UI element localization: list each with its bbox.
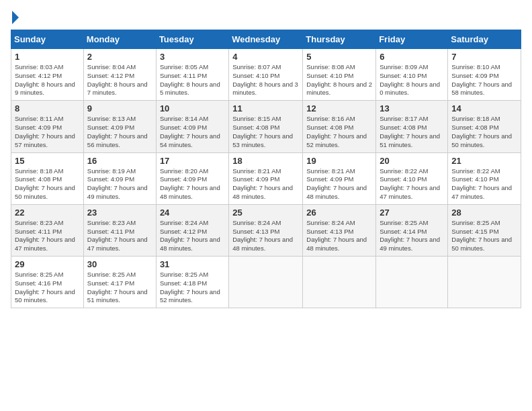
daylight-label: Daylight: 7 hours and 48 minutes.	[306, 184, 367, 200]
calendar-cell: 25 Sunrise: 8:24 AM Sunset: 4:13 PM Dayl…	[229, 204, 303, 256]
daylight-label: Daylight: 8 hours and 3 minutes.	[232, 81, 298, 97]
sunset-label: Sunset: 4:12 PM	[87, 72, 134, 79]
sunrise-label: Sunrise: 8:22 AM	[451, 167, 500, 175]
day-info: Sunrise: 8:25 AM Sunset: 4:16 PM Dayligh…	[15, 271, 80, 305]
calendar-cell: 4 Sunrise: 8:07 AM Sunset: 4:10 PM Dayli…	[229, 49, 303, 101]
day-number: 8	[15, 103, 80, 113]
day-number: 23	[87, 208, 152, 218]
sunrise-label: Sunrise: 8:07 AM	[232, 63, 281, 71]
daylight-label: Daylight: 7 hours and 47 minutes.	[15, 236, 75, 252]
day-info: Sunrise: 8:09 AM Sunset: 4:10 PM Dayligh…	[380, 63, 444, 97]
day-number: 11	[232, 103, 299, 113]
daylight-label: Daylight: 8 hours and 0 minutes.	[380, 81, 440, 97]
daylight-label: Daylight: 7 hours and 48 minutes.	[160, 236, 220, 252]
day-info: Sunrise: 8:24 AM Sunset: 4:13 PM Dayligh…	[306, 219, 372, 253]
calendar-cell: 27 Sunrise: 8:25 AM Sunset: 4:14 PM Dayl…	[376, 204, 448, 256]
sunset-label: Sunset: 4:09 PM	[87, 175, 134, 183]
sunrise-label: Sunrise: 8:23 AM	[15, 219, 63, 226]
sunrise-label: Sunrise: 8:22 AM	[380, 167, 428, 175]
calendar-cell: 14 Sunrise: 8:18 AM Sunset: 4:08 PM Dayl…	[448, 101, 521, 152]
sunrise-label: Sunrise: 8:25 AM	[160, 271, 208, 278]
sunset-label: Sunset: 4:09 PM	[306, 175, 353, 183]
sunrise-label: Sunrise: 8:23 AM	[87, 219, 136, 226]
daylight-label: Daylight: 7 hours and 49 minutes.	[87, 184, 148, 200]
day-number: 20	[380, 156, 444, 166]
daylight-label: Daylight: 7 hours and 47 minutes.	[380, 184, 440, 200]
day-info: Sunrise: 8:13 AM Sunset: 4:09 PM Dayligh…	[87, 115, 152, 149]
daylight-label: Daylight: 7 hours and 50 minutes.	[451, 236, 512, 252]
day-info: Sunrise: 8:22 AM Sunset: 4:10 PM Dayligh…	[380, 167, 444, 201]
sunrise-label: Sunrise: 8:25 AM	[87, 271, 136, 278]
day-info: Sunrise: 8:24 AM Sunset: 4:12 PM Dayligh…	[160, 219, 225, 253]
daylight-label: Daylight: 7 hours and 47 minutes.	[451, 184, 512, 200]
day-number: 10	[160, 103, 225, 113]
day-info: Sunrise: 8:25 AM Sunset: 4:18 PM Dayligh…	[160, 271, 225, 305]
sunset-label: Sunset: 4:17 PM	[87, 279, 134, 287]
daylight-label: Daylight: 8 hours and 9 minutes.	[15, 81, 75, 97]
sunrise-label: Sunrise: 8:21 AM	[306, 167, 355, 175]
day-number: 2	[87, 52, 152, 62]
day-number: 22	[15, 208, 80, 218]
day-info: Sunrise: 8:23 AM Sunset: 4:11 PM Dayligh…	[15, 219, 80, 253]
day-info: Sunrise: 8:25 AM Sunset: 4:14 PM Dayligh…	[380, 219, 444, 253]
calendar-header-thursday: Thursday	[303, 30, 376, 49]
calendar-cell: 19 Sunrise: 8:21 AM Sunset: 4:09 PM Dayl…	[303, 152, 376, 204]
sunset-label: Sunset: 4:18 PM	[160, 279, 207, 287]
sunrise-label: Sunrise: 8:17 AM	[380, 115, 428, 122]
sunset-label: Sunset: 4:11 PM	[160, 72, 207, 79]
calendar-cell: 20 Sunrise: 8:22 AM Sunset: 4:10 PM Dayl…	[376, 152, 448, 204]
daylight-label: Daylight: 7 hours and 48 minutes.	[232, 236, 293, 252]
sunrise-label: Sunrise: 8:20 AM	[160, 167, 208, 175]
daylight-label: Daylight: 7 hours and 56 minutes.	[87, 132, 148, 148]
day-info: Sunrise: 8:14 AM Sunset: 4:09 PM Dayligh…	[160, 115, 225, 149]
calendar-cell	[229, 257, 303, 308]
sunset-label: Sunset: 4:09 PM	[232, 175, 279, 183]
daylight-label: Daylight: 7 hours and 51 minutes.	[87, 288, 148, 304]
day-number: 28	[451, 208, 517, 218]
calendar-table: SundayMondayTuesdayWednesdayThursdayFrid…	[11, 30, 521, 308]
sunrise-label: Sunrise: 8:05 AM	[160, 63, 208, 71]
daylight-label: Daylight: 7 hours and 53 minutes.	[232, 132, 293, 148]
sunset-label: Sunset: 4:10 PM	[380, 72, 427, 79]
day-info: Sunrise: 8:24 AM Sunset: 4:13 PM Dayligh…	[232, 219, 299, 253]
calendar-cell: 21 Sunrise: 8:22 AM Sunset: 4:10 PM Dayl…	[448, 152, 521, 204]
calendar-cell: 18 Sunrise: 8:21 AM Sunset: 4:09 PM Dayl…	[229, 152, 303, 204]
sunrise-label: Sunrise: 8:04 AM	[87, 63, 136, 71]
day-info: Sunrise: 8:22 AM Sunset: 4:10 PM Dayligh…	[451, 167, 517, 201]
calendar-cell	[376, 257, 448, 308]
day-info: Sunrise: 8:10 AM Sunset: 4:09 PM Dayligh…	[451, 63, 517, 97]
sunrise-label: Sunrise: 8:24 AM	[160, 219, 208, 226]
sunrise-label: Sunrise: 8:09 AM	[380, 63, 428, 71]
daylight-label: Daylight: 7 hours and 51 minutes.	[380, 132, 440, 148]
daylight-label: Daylight: 7 hours and 50 minutes.	[15, 288, 75, 304]
sunset-label: Sunset: 4:09 PM	[160, 175, 207, 183]
sunrise-label: Sunrise: 8:10 AM	[451, 63, 500, 71]
sunset-label: Sunset: 4:16 PM	[15, 279, 62, 287]
calendar-header-tuesday: Tuesday	[156, 30, 228, 49]
daylight-label: Daylight: 7 hours and 47 minutes.	[87, 236, 148, 252]
sunset-label: Sunset: 4:08 PM	[380, 124, 427, 131]
sunset-label: Sunset: 4:09 PM	[87, 124, 134, 131]
daylight-label: Daylight: 7 hours and 50 minutes.	[15, 184, 75, 200]
day-number: 30	[87, 259, 152, 269]
calendar-header-friday: Friday	[376, 30, 448, 49]
sunrise-label: Sunrise: 8:18 AM	[15, 167, 63, 175]
daylight-label: Daylight: 7 hours and 48 minutes.	[160, 184, 220, 200]
daylight-label: Daylight: 7 hours and 48 minutes.	[306, 236, 367, 252]
daylight-label: Daylight: 7 hours and 52 minutes.	[160, 288, 220, 304]
calendar-cell: 30 Sunrise: 8:25 AM Sunset: 4:17 PM Dayl…	[83, 257, 156, 308]
calendar-cell: 24 Sunrise: 8:24 AM Sunset: 4:12 PM Dayl…	[156, 204, 228, 256]
sunrise-label: Sunrise: 8:14 AM	[160, 115, 208, 122]
day-number: 24	[160, 208, 225, 218]
sunset-label: Sunset: 4:09 PM	[15, 124, 62, 131]
day-number: 18	[232, 156, 299, 166]
day-number: 25	[232, 208, 299, 218]
logo-triangle-icon	[12, 11, 19, 24]
day-info: Sunrise: 8:20 AM Sunset: 4:09 PM Dayligh…	[160, 167, 225, 201]
day-number: 1	[15, 52, 80, 62]
day-info: Sunrise: 8:08 AM Sunset: 4:10 PM Dayligh…	[306, 63, 372, 97]
calendar-cell: 12 Sunrise: 8:16 AM Sunset: 4:08 PM Dayl…	[303, 101, 376, 152]
calendar-cell	[303, 257, 376, 308]
calendar-cell: 15 Sunrise: 8:18 AM Sunset: 4:08 PM Dayl…	[11, 152, 84, 204]
daylight-label: Daylight: 8 hours and 7 minutes.	[87, 81, 148, 97]
